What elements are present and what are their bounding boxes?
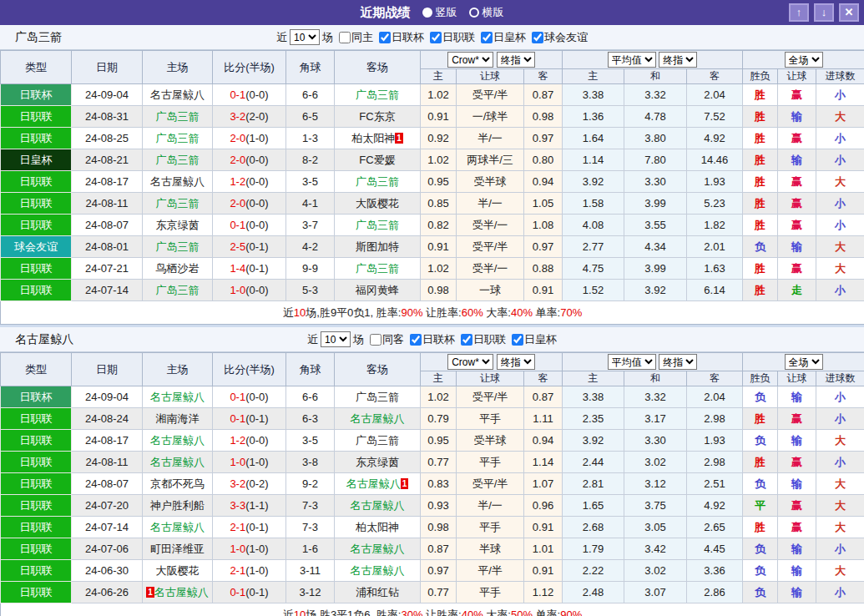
same-venue-checkbox-label[interactable]: 同客 [366, 332, 404, 347]
avg-draw-odds: 3.99 [624, 193, 687, 215]
section-team-name: 广岛三箭 [15, 30, 62, 45]
league-checkbox[interactable] [512, 334, 523, 346]
full-match-group: 全场 [743, 51, 864, 69]
final-index-select[interactable]: 终指 [497, 354, 535, 370]
league-checkbox[interactable] [430, 32, 442, 43]
move-down-button[interactable]: ↓ [814, 3, 834, 22]
league-checkbox-label[interactable]: 日职联 [427, 30, 475, 45]
win-loss-result: 胜 [743, 171, 778, 193]
layout-radio-horizontal[interactable]: 横版 [469, 5, 504, 20]
games-count-select[interactable]: 10 [290, 29, 320, 45]
away-team: FC爱媛 [335, 149, 421, 171]
avg-draw-odds: 3.55 [624, 215, 687, 236]
half-time-score: (0-1) [245, 240, 268, 253]
full-time-score: 1-0 [230, 543, 245, 555]
handicap-result: 输 [778, 582, 816, 603]
final-index-select-2[interactable]: 终指 [659, 354, 697, 370]
win-loss-result-text: 胜 [755, 175, 765, 188]
goals-result: 小 [816, 193, 864, 215]
handicap-result: 赢 [778, 215, 816, 236]
team-name-text: 名古屋鲸八 [150, 521, 205, 533]
league-checkbox[interactable] [481, 32, 493, 43]
handicap-result: 赢 [778, 193, 816, 215]
average-select[interactable]: 平均值 [608, 354, 656, 370]
home-team: 名古屋鲸八 [143, 386, 213, 408]
win-loss-result-text: 负 [755, 477, 765, 490]
score-cell: 0-1(0-1) [213, 582, 286, 603]
summary-cell: 近10场,胜3平1负6, 胜率:30% 让胜率:40% 大率:50% 单率:90… [1, 603, 864, 616]
competition-type-badge: 日职联 [1, 430, 72, 452]
away-odds: 1.07 [524, 473, 563, 495]
avg-away-odds: 4.45 [687, 538, 743, 560]
games-count-select[interactable]: 10 [321, 331, 351, 347]
away-team: 名古屋鲸八 [335, 538, 421, 560]
bookmaker-select[interactable]: Crow* [447, 52, 493, 68]
home-team: 湘南海洋 [143, 408, 213, 430]
win-loss-result: 胜 [743, 517, 778, 538]
same-venue-checkbox[interactable] [370, 334, 381, 346]
avg-draw-odds: 3.17 [624, 408, 687, 430]
half-time-score: (0-1) [245, 412, 268, 425]
handicap-result: 走 [778, 280, 816, 301]
team-name-text: 名古屋鲸八 [150, 391, 205, 403]
away-team: FC东京 [335, 106, 421, 128]
home-odds: 0.85 [421, 193, 457, 215]
league-checkbox[interactable] [532, 32, 543, 43]
layout-radio-vertical[interactable]: 竖版 [422, 5, 457, 20]
away-team: 斯图加特 [335, 236, 421, 258]
team-name-text: 广岛三箭 [156, 154, 200, 166]
handicap-result-text: 赢 [791, 197, 802, 210]
league-checkbox-label[interactable]: 日联杯 [376, 30, 424, 45]
league-checkbox[interactable] [410, 334, 422, 346]
team-name-text: 柏太阳神 [356, 521, 399, 533]
league-checkbox-label[interactable]: 球会友谊 [528, 30, 588, 45]
full-time-score: 0-1 [230, 88, 245, 101]
odds-column-header: 主 [563, 69, 624, 84]
avg-draw-odds: 3.75 [624, 495, 687, 517]
full-match-select[interactable]: 全场 [785, 52, 823, 68]
final-index-select[interactable]: 终指 [497, 52, 535, 68]
goals-result-text: 小 [835, 412, 846, 425]
team-name-text: 名古屋鲸八 [351, 412, 405, 425]
matches-table: 类型日期主场比分(半场)角球客场Crow* 终指平均值 终指全场主让球客主和客胜… [0, 352, 864, 616]
match-row: 日职联24-08-07东京绿茵0-1(0-0)3-7广岛三箭0.82受半/一1.… [1, 215, 864, 236]
league-checkbox-label[interactable]: 日联杯 [407, 332, 455, 347]
corners-cell: 3-5 [286, 171, 335, 193]
away-team: 广岛三箭 [335, 171, 421, 193]
team-name-text: 町田泽维亚 [150, 543, 205, 555]
match-row: 日职联24-08-11广岛三箭2-0(0-0)4-1大阪樱花0.85半/一1.0… [1, 193, 864, 215]
same-venue-checkbox[interactable] [339, 32, 351, 43]
league-checkbox-label[interactable]: 日职联 [457, 332, 506, 347]
team-name-text: 名古屋鲸八 [351, 564, 405, 577]
full-match-select[interactable]: 全场 [785, 354, 823, 370]
move-up-button[interactable]: ↑ [789, 3, 809, 22]
league-checkbox-label[interactable]: 日皇杯 [508, 332, 557, 347]
close-button[interactable]: ✕ [839, 3, 859, 22]
odds-column-header: 进球数 [816, 69, 864, 84]
league-checkbox-label[interactable]: 日皇杯 [477, 30, 526, 45]
win-loss-result-text: 胜 [755, 284, 765, 296]
away-team: 大阪樱花 [335, 193, 421, 215]
match-date: 24-07-20 [72, 495, 143, 517]
win-loss-result-text: 胜 [755, 88, 765, 101]
handicap-result-text: 输 [791, 240, 802, 253]
team-section: 名古屋鲸八近10场同客日联杯日职联日皇杯类型日期主场比分(半场)角球客场Crow… [0, 327, 864, 616]
odds-column-header: 客 [524, 69, 563, 84]
league-checkbox[interactable] [379, 32, 391, 43]
match-date: 24-08-24 [72, 408, 143, 430]
avg-home-odds: 2.48 [563, 582, 624, 603]
full-time-score: 1-0 [230, 456, 245, 468]
avg-home-odds: 2.35 [563, 408, 624, 430]
same-venue-checkbox-label[interactable]: 同主 [336, 30, 373, 45]
home-team: 大阪樱花 [143, 560, 213, 582]
final-index-select-2[interactable]: 终指 [659, 52, 697, 68]
average-select[interactable]: 平均值 [608, 52, 656, 68]
handicap-result-text: 赢 [791, 412, 802, 425]
win-loss-result: 负 [743, 473, 778, 495]
half-time-score: (0-0) [245, 391, 268, 403]
handicap-result-text: 输 [791, 477, 802, 490]
league-checkbox[interactable] [461, 334, 472, 346]
bookmaker-select[interactable]: Crow* [447, 354, 493, 370]
near-label: 近 [307, 332, 318, 347]
corners-cell: 3-12 [286, 582, 335, 603]
